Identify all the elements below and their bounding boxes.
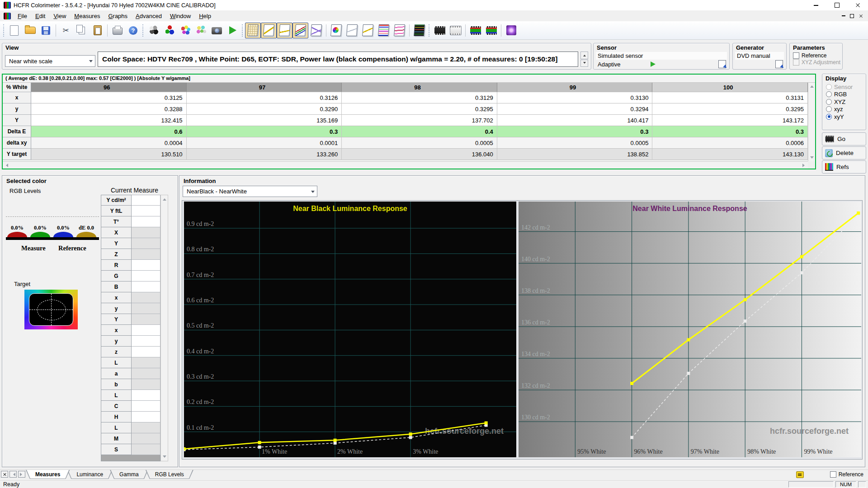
tab-rgb-levels[interactable]: RGB Levels: [146, 470, 193, 479]
table-cell[interactable]: 140.417: [497, 115, 653, 126]
spinner-down-button[interactable]: [580, 60, 588, 67]
run-measures-button[interactable]: [225, 23, 241, 38]
measures-table[interactable]: % White96979899100x0.31250.31260.31290.3…: [3, 83, 808, 161]
tab-measures[interactable]: Measures: [26, 470, 70, 479]
scroll-down-icon[interactable]: [810, 156, 814, 160]
tab-close-button[interactable]: [1, 471, 8, 478]
column-header-98[interactable]: 98: [342, 83, 497, 92]
generator-configure-button[interactable]: [775, 60, 783, 68]
tab-scroll-left-button[interactable]: [9, 471, 17, 478]
table-cell[interactable]: 0.0005: [342, 137, 497, 149]
sensor-configure-button[interactable]: [718, 60, 726, 68]
table-cell[interactable]: 0.3: [497, 126, 653, 137]
measure-primaries-button[interactable]: [161, 23, 177, 38]
mdi-restore-icon[interactable]: [850, 14, 854, 18]
spinner-up-button[interactable]: [580, 52, 588, 59]
table-cell[interactable]: 0.3: [187, 126, 342, 137]
table-cell[interactable]: 130.510: [31, 149, 187, 160]
table-cell[interactable]: 0.0001: [187, 137, 342, 149]
tab-gamma[interactable]: Gamma: [110, 470, 148, 479]
view-gamma-button[interactable]: [261, 23, 277, 38]
column-header-99[interactable]: 99: [497, 83, 653, 92]
film-rgb-forward-button[interactable]: [467, 23, 483, 38]
paste-button[interactable]: [90, 23, 105, 38]
table-cell[interactable]: 136.040: [342, 149, 497, 160]
view-curve-free-button[interactable]: [344, 23, 360, 38]
reference-checkbox[interactable]: Reference: [790, 52, 842, 59]
refs-button[interactable]: Refs: [822, 160, 866, 174]
view-nearwhite-button[interactable]: [292, 23, 308, 38]
copy-button[interactable]: [74, 23, 90, 38]
menu-item-view[interactable]: View: [49, 11, 70, 21]
notification-icon[interactable]: [796, 471, 804, 478]
menu-item-measures[interactable]: Measures: [70, 11, 104, 21]
table-cell[interactable]: 0.3295: [342, 103, 497, 115]
film-dark-button[interactable]: [432, 23, 448, 38]
scroll-up-icon[interactable]: [810, 84, 814, 88]
table-cell[interactable]: 0.3295: [652, 103, 808, 115]
cut-button[interactable]: ✂: [58, 23, 74, 38]
table-horizontal-scrollbar[interactable]: [3, 161, 808, 169]
menu-item-file[interactable]: File: [14, 11, 31, 21]
film-rgb-reverse-button[interactable]: [483, 23, 499, 38]
display-option-xyz[interactable]: xyz: [822, 105, 866, 113]
measure-grayscale-button[interactable]: [146, 23, 161, 38]
table-cell[interactable]: 0.0005: [497, 137, 653, 149]
table-cell[interactable]: 135.169: [187, 115, 342, 126]
view-measures-button[interactable]: [245, 23, 261, 38]
table-cell[interactable]: 138.852: [497, 149, 653, 160]
column-header-97[interactable]: 97: [187, 83, 342, 92]
print-button[interactable]: [109, 23, 125, 38]
snapshot-button[interactable]: [209, 23, 225, 38]
scroll-right-icon[interactable]: [802, 164, 807, 167]
column-header-96[interactable]: 96: [31, 83, 187, 92]
display-option-xyz[interactable]: XYZ: [822, 98, 866, 105]
film-light-button[interactable]: [448, 23, 463, 38]
current-measure-scrollbar[interactable]: [160, 195, 168, 461]
table-cell[interactable]: 133.260: [187, 149, 342, 160]
tab-luminance[interactable]: Luminance: [67, 470, 113, 479]
column-header-100[interactable]: 100: [652, 83, 808, 92]
sensor-play-icon[interactable]: [651, 61, 656, 67]
new-file-button[interactable]: [6, 23, 22, 38]
table-cell[interactable]: 137.702: [342, 115, 497, 126]
bottom-reference-checkbox[interactable]: Reference: [830, 471, 863, 478]
table-cell[interactable]: 143.172: [652, 115, 808, 126]
scroll-left-icon[interactable]: [4, 164, 8, 167]
scroll-up-icon[interactable]: [163, 197, 166, 201]
view-curve-gamma2-button[interactable]: [360, 23, 376, 38]
view-luminance-button[interactable]: [308, 23, 324, 38]
view-nearblack-button[interactable]: [277, 23, 292, 38]
maximize-button[interactable]: [826, 0, 847, 10]
measure-all-button[interactable]: [193, 23, 209, 38]
table-cell[interactable]: 0.0004: [31, 137, 187, 149]
view-histogram-button[interactable]: [411, 23, 427, 38]
go-button[interactable]: Go: [822, 132, 866, 145]
save-file-button[interactable]: [38, 23, 54, 38]
table-cell[interactable]: 0.3290: [187, 103, 342, 115]
delete-button[interactable]: Delete: [822, 146, 866, 160]
scale-selector-dropdown[interactable]: Near white scale: [5, 55, 95, 67]
table-cell[interactable]: 0.3125: [31, 92, 187, 103]
table-vertical-scrollbar[interactable]: [808, 83, 815, 161]
view-cie-button[interactable]: [328, 23, 344, 38]
pattern-special-button[interactable]: [503, 23, 519, 38]
help-button[interactable]: [125, 23, 141, 38]
table-cell[interactable]: 0.3288: [31, 103, 187, 115]
view-color-temp-button[interactable]: [392, 23, 407, 38]
tab-scroll-right-button[interactable]: [18, 471, 25, 478]
table-cell[interactable]: 0.3126: [187, 92, 342, 103]
menu-item-window[interactable]: Window: [166, 11, 195, 21]
menu-item-edit[interactable]: Edit: [31, 11, 49, 21]
menu-item-help[interactable]: Help: [195, 11, 215, 21]
table-cell[interactable]: 0.3294: [497, 103, 653, 115]
display-option-rgb[interactable]: RGB: [822, 90, 866, 98]
open-file-button[interactable]: [22, 23, 38, 38]
table-cell[interactable]: 143.130: [652, 149, 808, 160]
table-cell[interactable]: 0.3129: [342, 92, 497, 103]
display-option-xyy[interactable]: xyY: [822, 113, 866, 120]
close-button[interactable]: [847, 0, 868, 10]
table-cell[interactable]: 0.3130: [497, 92, 653, 103]
table-cell[interactable]: 0.6: [31, 126, 187, 137]
view-rgb-levels-button[interactable]: [376, 23, 392, 38]
